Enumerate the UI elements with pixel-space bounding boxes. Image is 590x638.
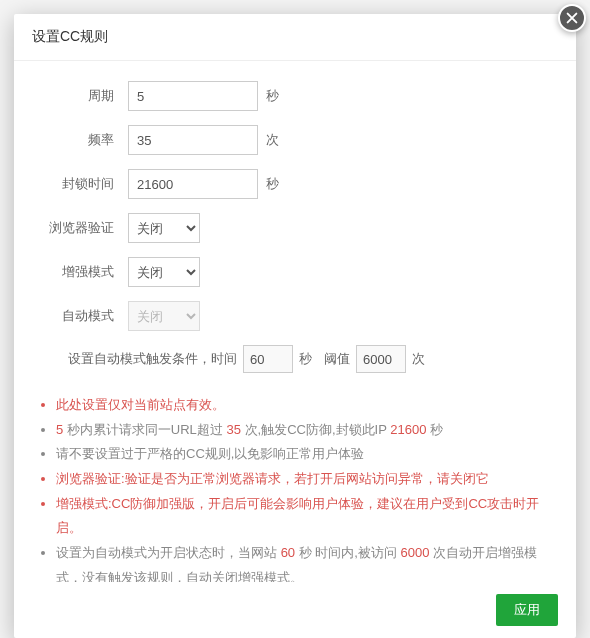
note-2-f: 秒 <box>426 422 443 437</box>
modal-footer: 应用 <box>14 582 576 638</box>
note-2: 5 秒内累计请求同一URL超过 35 次,触发CC防御,封锁此IP 21600 … <box>56 418 552 443</box>
note-4: 浏览器验证:验证是否为正常浏览器请求，若打开后网站访问异常，请关闭它 <box>56 467 552 492</box>
auto-cond-mid1: 秒 <box>299 350 312 368</box>
note-1: 此处设置仅对当前站点有效。 <box>56 393 552 418</box>
note-6: 设置为自动模式为开启状态时，当网站 60 秒 时间内,被访问 6000 次自动开… <box>56 541 552 582</box>
label-cycle: 周期 <box>38 87 128 105</box>
row-enhance: 增强模式 关闭 <box>38 257 552 287</box>
note-5: 增强模式:CC防御加强版，开启后可能会影响用户体验，建议在用户受到CC攻击时开启… <box>56 492 552 541</box>
modal-title: 设置CC规则 <box>14 14 576 61</box>
label-browser-verify: 浏览器验证 <box>38 219 128 237</box>
auto-cond-mid2: 阈值 <box>324 350 350 368</box>
select-auto: 关闭 <box>128 301 200 331</box>
auto-cond-prefix: 设置自动模式触发条件，时间 <box>68 350 237 368</box>
label-enhance: 增强模式 <box>38 263 128 281</box>
notes-list: 此处设置仅对当前站点有效。 5 秒内累计请求同一URL超过 35 次,触发CC防… <box>38 393 552 582</box>
auto-condition-row: 设置自动模式触发条件，时间 秒 阈值 次 <box>68 345 552 373</box>
row-browser-verify: 浏览器验证 关闭 <box>38 213 552 243</box>
select-browser-verify[interactable]: 关闭 <box>128 213 200 243</box>
row-freq: 频率 次 <box>38 125 552 155</box>
note-6-a: 设置为自动模式为开启状态时，当网站 <box>56 545 281 560</box>
close-icon <box>565 11 579 25</box>
label-auto: 自动模式 <box>38 307 128 325</box>
input-auto-time[interactable] <box>243 345 293 373</box>
note-2-e: 21600 <box>390 422 426 437</box>
note-3: 请不要设置过于严格的CC规则,以免影响正常用户体验 <box>56 442 552 467</box>
unit-blocktime: 秒 <box>266 175 279 193</box>
unit-freq: 次 <box>266 131 279 149</box>
label-freq: 频率 <box>38 131 128 149</box>
input-blocktime[interactable] <box>128 169 258 199</box>
select-enhance[interactable]: 关闭 <box>128 257 200 287</box>
modal-body: 周期 秒 频率 次 封锁时间 秒 浏览器验证 关闭 增强模式 关闭 <box>14 61 576 582</box>
note-6-d: 6000 <box>401 545 430 560</box>
apply-button[interactable]: 应用 <box>496 594 558 626</box>
input-cycle[interactable] <box>128 81 258 111</box>
close-button[interactable] <box>558 4 586 32</box>
cc-rule-modal: 设置CC规则 周期 秒 频率 次 封锁时间 秒 浏览器验证 关闭 增强模式 关闭 <box>14 14 576 638</box>
label-blocktime: 封锁时间 <box>38 175 128 193</box>
auto-cond-suffix: 次 <box>412 350 425 368</box>
row-cycle: 周期 秒 <box>38 81 552 111</box>
row-blocktime: 封锁时间 秒 <box>38 169 552 199</box>
note-2-c: 35 <box>226 422 240 437</box>
input-freq[interactable] <box>128 125 258 155</box>
note-2-d: 次,触发CC防御,封锁此IP <box>241 422 390 437</box>
unit-cycle: 秒 <box>266 87 279 105</box>
note-2-b: 秒内累计请求同一URL超过 <box>63 422 226 437</box>
note-6-b: 60 <box>281 545 295 560</box>
row-auto: 自动模式 关闭 <box>38 301 552 331</box>
input-auto-threshold[interactable] <box>356 345 406 373</box>
note-6-c: 秒 时间内,被访问 <box>295 545 400 560</box>
